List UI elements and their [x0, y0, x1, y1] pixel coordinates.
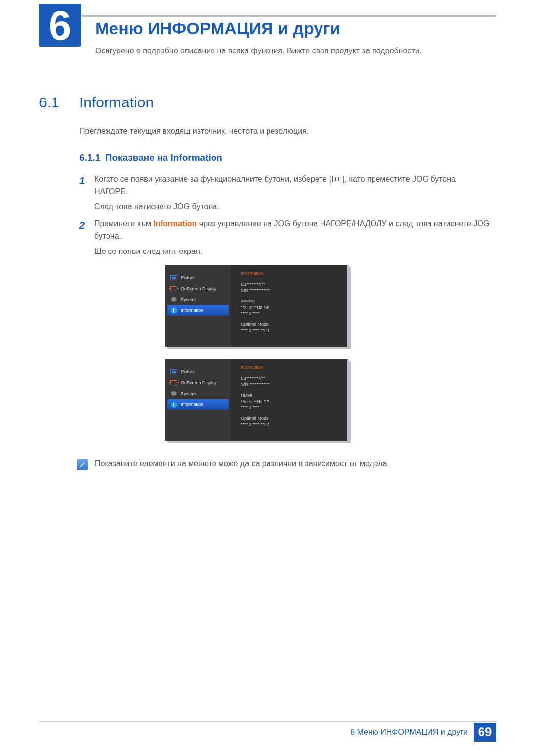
- osd-menu-system: System: [165, 388, 231, 399]
- subsection-heading: 6.1.1 Показване на Information: [79, 152, 222, 163]
- step-number: 1: [79, 173, 94, 213]
- step-number: 2: [79, 218, 94, 257]
- osd-line: **** x ****: [241, 404, 340, 410]
- osd-menu-information: iInformation: [167, 305, 229, 316]
- osd-menu-picture: Picture: [165, 366, 231, 377]
- osd-line: LS********/**: [241, 375, 340, 381]
- osd-line: **** x **** **Hz: [241, 327, 340, 333]
- osd-menu: Picture OnScreen Display System iInforma…: [165, 359, 231, 441]
- osd-screenshot-2: Picture OnScreen Display System iInforma…: [165, 359, 349, 441]
- osd-line: Optimal Mode: [241, 415, 340, 421]
- osd-menu-information: iInformation: [167, 399, 229, 410]
- note-row: Показаните елементи на менюто може да са…: [77, 459, 491, 470]
- osd-line: Analog: [241, 298, 340, 304]
- osd-menu-label: Picture: [181, 369, 195, 374]
- osd-menu-label: System: [181, 297, 196, 302]
- step-keyword: Information: [153, 219, 197, 228]
- osd-menu-picture: Picture: [165, 272, 231, 283]
- osd-menu-label: Picture: [181, 275, 195, 280]
- steps-list: 1 Когато се появи указание за функционал…: [79, 173, 491, 263]
- info-icon: i: [170, 402, 177, 407]
- subsection-number: 6.1.1: [79, 152, 100, 163]
- info-icon: i: [170, 307, 177, 313]
- note-text: Показаните елементи на менюто може да са…: [95, 459, 491, 468]
- osd-panel: Information LS********/** S/N:**********…: [231, 265, 347, 347]
- step-1: 1 Когато се появи указание за функционал…: [79, 173, 491, 213]
- chapter-number: 6: [39, 4, 81, 47]
- picture-icon: [170, 369, 177, 375]
- step-body: Преминете към Information чрез управлени…: [94, 218, 491, 257]
- osd-line: S/N:************: [241, 287, 340, 293]
- osd-menu: Picture OnScreen Display System iInforma…: [165, 265, 231, 347]
- osd-menu-label: System: [181, 391, 196, 396]
- osd-icon: [170, 380, 177, 386]
- chapter-description: Осигурено е подробно описание на всяка ф…: [95, 47, 422, 55]
- section-title: Information: [79, 94, 154, 111]
- osd-panel: Information LS********/** S/N:**********…: [231, 359, 347, 441]
- osd-line: **kHz **Hz PP: [241, 399, 340, 404]
- osd-panel-title: Information: [241, 270, 340, 276]
- gear-icon: [170, 297, 177, 302]
- header-divider: [39, 15, 496, 17]
- osd-menu-label: Information: [181, 308, 203, 313]
- gear-icon: [170, 391, 177, 397]
- osd-menu-label: OnScreen Display: [181, 286, 217, 291]
- osd-line: S/N:************: [241, 381, 340, 387]
- osd-menu-onscreen: OnScreen Display: [165, 283, 231, 294]
- osd-line: **** x **** **Hz: [241, 421, 340, 427]
- osd-screenshot-1: Picture OnScreen Display System iInforma…: [165, 265, 349, 347]
- section-description: Преглеждате текущия входящ източник, чес…: [79, 127, 309, 136]
- footer-text: 6 Меню ИНФОРМАЦИЯ и други: [350, 728, 468, 737]
- osd-line: LS********/**: [241, 281, 340, 287]
- step-body: Когато се появи указание за функционални…: [94, 173, 491, 213]
- footer: 6 Меню ИНФОРМАЦИЯ и други 69: [39, 721, 496, 742]
- section-number: 6.1: [39, 94, 59, 111]
- subsection-title: Показване на Information: [106, 152, 222, 163]
- osd-menu-label: Information: [181, 402, 203, 407]
- step-text: Когато се появи указание за функционални…: [94, 175, 331, 183]
- osd-line: Optimal Mode: [241, 321, 340, 327]
- chapter-title: Меню ИНФОРМАЦИЯ и други: [95, 19, 340, 38]
- footer-page-number: 69: [474, 723, 496, 742]
- osd-line: **kHz **Hz NP: [241, 304, 340, 310]
- osd-line: HDMI: [241, 392, 340, 398]
- step-2: 2 Преминете към Information чрез управле…: [79, 218, 491, 257]
- picture-icon: [170, 275, 177, 281]
- osd-line: **** x ****: [241, 310, 340, 316]
- osd-menu-system: System: [165, 294, 231, 305]
- step-text: Преминете към: [94, 219, 153, 228]
- osd-icon: [170, 286, 177, 292]
- osd-menu-onscreen: OnScreen Display: [165, 377, 231, 388]
- osd-menu-label: OnScreen Display: [181, 380, 217, 385]
- menu-icon: [332, 176, 341, 182]
- note-icon: [77, 459, 88, 470]
- osd-panel-title: Information: [241, 364, 340, 370]
- step-text: Ще се появи следният екран.: [94, 247, 202, 255]
- step-text: След това натиснете JOG бутона.: [94, 202, 219, 211]
